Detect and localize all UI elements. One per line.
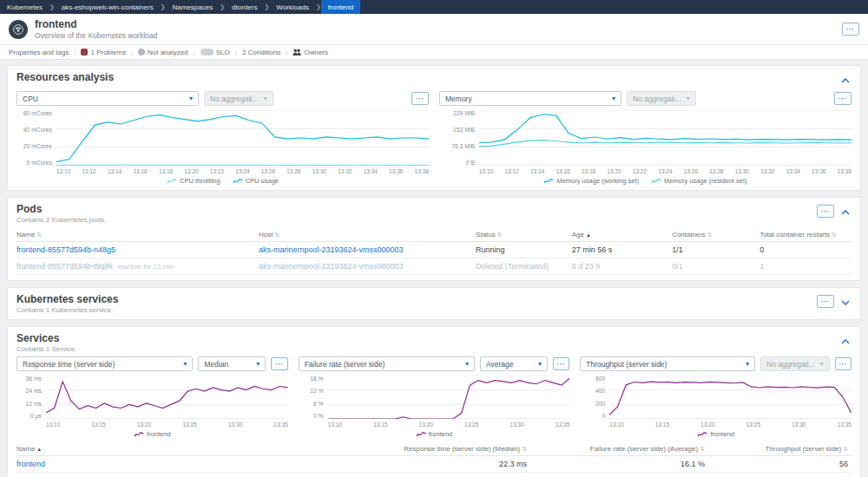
throughput-chart: 6004002000 13:1013:1513:2013:2513:3013:3…	[580, 376, 852, 438]
x-tick-label: 13:20	[700, 421, 714, 428]
x-tick-label: 13:38	[415, 168, 429, 174]
x-tick-label: 13:12	[504, 168, 518, 174]
breadcrumb-item-namespace[interactable]: dtorders	[225, 0, 264, 14]
conditions-label: 2 Conditions	[242, 49, 280, 56]
pods-title: Pods	[16, 203, 106, 215]
throughput-metric-select[interactable]: Throughput (server side)▾	[580, 356, 755, 371]
memory-metric-select[interactable]: Memory▾	[439, 91, 621, 106]
response-time-chart: 36 ms24 ms12 ms0 μs 13:1013:1513:2013:25…	[16, 376, 288, 438]
failure-rate-aggregation-select[interactable]: Average▾	[480, 356, 548, 371]
pods-col-host[interactable]: Host⇅	[259, 231, 476, 238]
legend-item[interactable]: Memory usage (resident set)	[651, 177, 746, 185]
legend-item[interactable]: CPU throttling	[167, 177, 220, 185]
legend-item[interactable]: frontend	[134, 430, 171, 438]
x-tick-label: 13:35	[273, 421, 287, 428]
legend-label: frontend	[429, 430, 453, 438]
cpu-panel-more-button[interactable]: ⋯	[411, 92, 429, 105]
x-tick-label: 13:34	[786, 168, 800, 174]
response-time-more-button[interactable]: ⋯	[271, 357, 287, 370]
toolbar-divider: |	[74, 49, 76, 56]
expand-kubernetes-services-button[interactable]	[839, 293, 852, 310]
pod-name-link[interactable]: frontend-85577d594b-n48g5	[16, 245, 115, 254]
services-col-response-time[interactable]: Response time (server side) (Median)⇅	[348, 445, 530, 453]
pods-col-name[interactable]: Name⇅	[16, 231, 259, 238]
sort-icon: ⇅	[707, 232, 713, 238]
throughput-metric-value: Throughput (server side)	[586, 360, 667, 369]
services-col-name[interactable]: Name▲	[16, 445, 348, 453]
failure-rate-more-button[interactable]: ⋯	[553, 357, 569, 370]
pods-col-containers[interactable]: Containers⇅	[672, 231, 760, 238]
x-tick-label: 13:15	[655, 421, 669, 428]
y-tick-label: 0 B	[466, 160, 475, 166]
response-time-chart-plot[interactable]	[46, 376, 288, 419]
legend-item[interactable]: frontend	[697, 430, 734, 438]
x-tick-label: 13:36	[812, 168, 825, 174]
memory-metric-value: Memory	[445, 95, 472, 103]
pods-col-status[interactable]: Status⇅	[476, 231, 572, 238]
x-tick-label: 13:34	[364, 168, 378, 174]
pods-col-age[interactable]: Age▲	[572, 231, 672, 238]
kubernetes-services-more-button[interactable]: ⋯	[817, 295, 834, 308]
x-tick-label: 13:15	[373, 421, 387, 428]
legend-line-icon	[134, 431, 144, 438]
breadcrumb-item-namespaces[interactable]: Namespaces	[166, 0, 220, 14]
x-tick-label: 13:20	[607, 168, 621, 174]
legend-item[interactable]: CPU usage	[233, 177, 279, 185]
throughput-chart-plot[interactable]	[609, 376, 852, 419]
y-tick-label: 200	[595, 401, 605, 407]
slo-item[interactable]: SLO	[201, 49, 230, 56]
x-tick-label: 13:30	[228, 421, 242, 428]
memory-panel-more-button[interactable]: ⋯	[834, 92, 852, 105]
not-analyzed-item[interactable]: Not analyzed	[138, 49, 188, 56]
failure-rate-metric-select[interactable]: Failure rate (server side)▾	[299, 356, 475, 371]
breadcrumb-item-frontend[interactable]: frontend	[321, 0, 360, 14]
response-time-legend: frontend	[16, 430, 288, 438]
failure-rate-chart: 18 %12 %6 %0 % 13:1013:1513:2013:2513:30…	[299, 376, 570, 438]
problems-label: 1 Problems	[90, 49, 125, 56]
services-title: Services	[16, 332, 76, 344]
x-tick-label: 13:35	[556, 421, 569, 428]
page-header: frontend Overview of the Kubernetes work…	[0, 14, 868, 45]
pod-row: frontend-85577d594b-n48g5 aks-marinernpo…	[16, 242, 852, 258]
service-name-link[interactable]: frontend	[16, 460, 45, 468]
legend-item[interactable]: Memory usage (working set)	[543, 177, 639, 185]
x-tick-label: 13:10	[328, 421, 342, 428]
collapse-resources-button[interactable]	[839, 71, 852, 88]
properties-and-tags[interactable]: Properties and tags	[9, 49, 69, 56]
legend-item[interactable]: frontend	[416, 430, 453, 438]
response-time-aggregation-select[interactable]: Median▾	[198, 356, 266, 371]
services-col-failure-rate[interactable]: Failure rate (server side) (Average)⇅	[530, 445, 708, 453]
legend-label: Memory usage (resident set)	[664, 177, 746, 185]
pod-host-link[interactable]: aks-marinernpool-23193624-vmss000003	[259, 245, 404, 254]
y-tick-label: 229 MiB	[453, 110, 475, 116]
pod-host-link[interactable]: aks-marinernpool-23193624-vmss000003	[259, 262, 404, 271]
conditions-item[interactable]: 2 Conditions	[242, 49, 280, 56]
workload-actions-button[interactable]: ⋯	[842, 23, 859, 36]
toolbar-divider: |	[131, 49, 133, 56]
pod-restarts: 0	[760, 245, 852, 254]
collapse-services-button[interactable]	[839, 332, 852, 349]
collapse-pods-button[interactable]	[839, 203, 852, 219]
sort-asc-icon: ▲	[586, 232, 591, 238]
breadcrumb-item-workloads[interactable]: Workloads	[269, 0, 316, 14]
failure-rate-chart-plot[interactable]	[328, 376, 570, 419]
sort-icon: ⇅	[832, 232, 837, 238]
services-col-throughput[interactable]: Throughput (server side)⇅	[708, 445, 852, 453]
cpu-metric-select[interactable]: CPU▾	[16, 91, 199, 106]
cpu-metric-value: CPU	[23, 95, 38, 103]
pods-more-button[interactable]: ⋯	[817, 205, 834, 218]
legend-line-icon	[167, 178, 177, 185]
throughput-more-button[interactable]: ⋯	[835, 357, 852, 370]
breadcrumb-item-kubernetes[interactable]: Kubernetes	[0, 0, 49, 14]
pod-name-link[interactable]: frontend-85577d594b-t9q8k	[16, 262, 113, 271]
kubernetes-services-title: Kubernetes services	[16, 293, 118, 305]
response-time-metric-select[interactable]: Response time (server side)▾	[16, 356, 193, 371]
memory-chart-plot[interactable]	[479, 110, 852, 166]
owners-item[interactable]: Owners	[293, 49, 328, 56]
pods-col-restarts[interactable]: Total container restarts⇅	[760, 231, 852, 238]
x-tick-label: 13:35	[838, 421, 852, 428]
cpu-chart-plot[interactable]	[56, 110, 429, 166]
breadcrumb-item-cluster[interactable]: aks-eshopweb-win-containers	[55, 0, 161, 14]
x-tick-label: 13:25	[746, 421, 760, 428]
problems-item[interactable]: 1 Problems	[81, 49, 125, 56]
